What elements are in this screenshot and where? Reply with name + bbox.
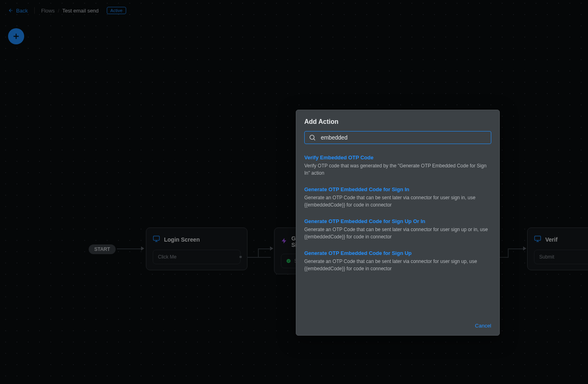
action-verify-embedded-otp[interactable]: Verify Embedded OTP Code Verify OTP code… bbox=[304, 154, 491, 177]
action-desc: Verify OTP code that was generated by th… bbox=[304, 162, 491, 177]
modal-backdrop[interactable] bbox=[0, 0, 588, 384]
action-desc: Generate an OTP Code that can be sent la… bbox=[304, 226, 491, 240]
action-generate-otp-signup-or-in[interactable]: Generate OTP Embedded Code for Sign Up O… bbox=[304, 218, 491, 240]
action-list: Verify Embedded OTP Code Verify OTP code… bbox=[296, 148, 499, 317]
search-input[interactable] bbox=[320, 134, 487, 141]
search-icon bbox=[309, 134, 316, 141]
cancel-button[interactable]: Cancel bbox=[475, 323, 491, 329]
modal-title: Add Action bbox=[296, 110, 499, 131]
add-action-modal: Add Action Verify Embedded OTP Code Veri… bbox=[296, 110, 500, 336]
search-field[interactable] bbox=[304, 131, 491, 144]
action-generate-otp-signin[interactable]: Generate OTP Embedded Code for Sign In G… bbox=[304, 186, 491, 209]
action-title: Verify Embedded OTP Code bbox=[304, 154, 491, 161]
action-desc: Generate an OTP Code that can be sent la… bbox=[304, 194, 491, 209]
action-desc: Generate an OTP Code that can be sent la… bbox=[304, 258, 491, 272]
action-generate-otp-signup[interactable]: Generate OTP Embedded Code for Sign Up G… bbox=[304, 250, 491, 272]
svg-point-3 bbox=[310, 135, 314, 140]
action-title: Generate OTP Embedded Code for Sign Up O… bbox=[304, 218, 491, 224]
action-title: Generate OTP Embedded Code for Sign Up bbox=[304, 250, 491, 256]
action-title: Generate OTP Embedded Code for Sign In bbox=[304, 186, 491, 192]
